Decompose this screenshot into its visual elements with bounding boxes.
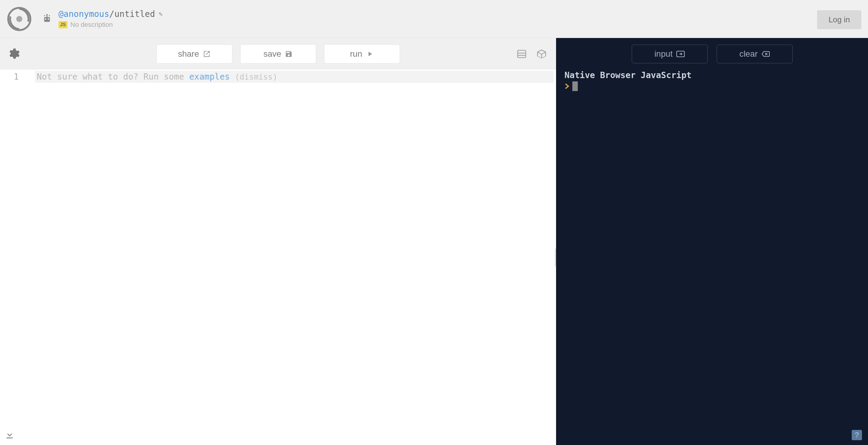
panel-icon[interactable]	[516, 49, 527, 59]
play-icon	[366, 50, 374, 58]
clear-backspace-icon	[761, 51, 770, 57]
settings-gear-icon[interactable]	[7, 47, 20, 61]
svg-point-8	[49, 15, 50, 16]
prompt-caret-icon	[564, 83, 569, 90]
share-label: share	[178, 49, 199, 59]
svg-point-6	[46, 14, 48, 16]
console-banner: Native Browser JavaScript	[564, 70, 860, 80]
input-button[interactable]: input	[632, 44, 708, 63]
toolbar-center-buttons: share save run	[156, 44, 400, 64]
svg-point-3	[45, 18, 46, 20]
svg-point-4	[48, 18, 49, 20]
title-block: @anonymous / untitled ✎ JS No descriptio…	[59, 9, 163, 29]
toolbar-right-icons	[516, 49, 547, 59]
hint-examples-link[interactable]: examples	[189, 72, 230, 82]
line-number: 1	[0, 71, 33, 83]
svg-rect-2	[44, 17, 50, 22]
app-header: @anonymous / untitled ✎ JS No descriptio…	[0, 0, 868, 38]
share-button[interactable]: share	[156, 44, 232, 64]
robot-icon[interactable]	[41, 13, 53, 25]
download-icon[interactable]	[4, 429, 15, 440]
console-prompt[interactable]	[564, 81, 860, 91]
editor-toolbar: share save run	[0, 38, 556, 70]
line-gutter: 1	[0, 70, 33, 445]
svg-point-7	[44, 15, 45, 16]
svg-rect-9	[518, 50, 526, 58]
project-title[interactable]: untitled	[114, 9, 155, 19]
code-area[interactable]: Not sure what to do? Run some examples (…	[33, 70, 556, 445]
input-label: input	[654, 49, 673, 59]
console-pane: input clear Native Browser JavaScript ?	[556, 38, 868, 445]
logo-swirl-icon[interactable]	[7, 6, 32, 32]
clear-label: clear	[739, 49, 758, 59]
run-label: run	[350, 49, 362, 59]
save-button[interactable]: save	[240, 44, 316, 64]
title-slash: /	[110, 9, 115, 19]
console-cursor	[572, 81, 578, 91]
edit-pencil-icon[interactable]: ✎	[158, 10, 162, 18]
editor-hint: Not sure what to do? Run some examples (…	[35, 71, 554, 83]
hint-dismiss-link[interactable]: (dismiss)	[235, 72, 277, 81]
owner-link[interactable]: @anonymous	[59, 9, 110, 19]
login-button[interactable]: Log in	[817, 10, 861, 29]
language-badge: JS	[59, 21, 67, 28]
run-button[interactable]: run	[324, 44, 400, 64]
share-icon	[203, 50, 211, 58]
hint-text: Not sure what to do? Run some	[37, 72, 189, 82]
description-text[interactable]: No description	[70, 21, 113, 29]
editor-body[interactable]: 1 Not sure what to do? Run some examples…	[0, 70, 556, 445]
svg-point-1	[16, 16, 22, 22]
main-content: share save run	[0, 38, 868, 445]
help-icon[interactable]: ?	[852, 430, 862, 440]
input-icon	[676, 51, 685, 57]
save-icon	[285, 50, 293, 58]
console-body[interactable]: Native Browser JavaScript	[556, 70, 868, 445]
clear-button[interactable]: clear	[717, 44, 793, 63]
console-toolbar: input clear	[556, 38, 868, 70]
editor-pane: share save run	[0, 38, 556, 445]
package-icon[interactable]	[536, 49, 547, 59]
save-label: save	[264, 49, 281, 59]
title-row: @anonymous / untitled ✎	[59, 9, 163, 19]
description-row: JS No description	[59, 21, 163, 29]
